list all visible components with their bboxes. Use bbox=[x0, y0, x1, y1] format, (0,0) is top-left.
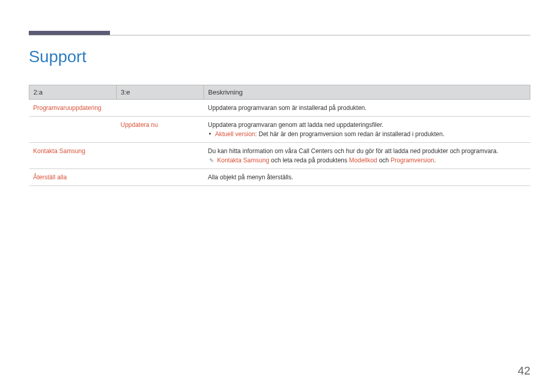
note-mid2: och bbox=[377, 157, 391, 164]
accent-bar bbox=[29, 31, 110, 35]
cell-3e bbox=[117, 169, 204, 186]
cell-desc: Uppdatera programvaran som är installera… bbox=[204, 100, 530, 117]
cell-desc: Alla objekt på menyn återställs. bbox=[204, 169, 530, 186]
desc-line: Du kan hitta information om våra Call Ce… bbox=[208, 146, 526, 156]
cell-desc: Uppdatera programvaran genom att ladda n… bbox=[204, 117, 530, 143]
desc-note: ✎ Kontakta Samsung och leta reda på prod… bbox=[208, 156, 526, 165]
bullet-label: Aktuell version bbox=[215, 130, 255, 138]
note-c: Programversion bbox=[391, 157, 434, 164]
table-row: Återställ alla Alla objekt på menyn åter… bbox=[29, 169, 530, 186]
note-end: . bbox=[434, 157, 436, 164]
support-table: 2:a 3:e Beskrivning Programvaruuppdateri… bbox=[29, 85, 530, 186]
cell-desc: Du kan hitta information om våra Call Ce… bbox=[204, 143, 530, 169]
cell-2a bbox=[29, 117, 117, 143]
header-3e: 3:e bbox=[117, 85, 204, 100]
cell-2a: Återställ alla bbox=[29, 169, 117, 186]
pencil-icon: ✎ bbox=[209, 156, 214, 165]
page-number: 42 bbox=[518, 364, 530, 378]
header-2a: 2:a bbox=[29, 85, 117, 100]
section-title: Support bbox=[29, 47, 86, 66]
cell-2a: Kontakta Samsung bbox=[29, 143, 117, 169]
page-rule bbox=[29, 35, 530, 35]
note-a: Kontakta Samsung bbox=[217, 157, 269, 164]
header-beskrivning: Beskrivning bbox=[204, 85, 530, 100]
table-row: Programvaruuppdatering Uppdatera program… bbox=[29, 100, 530, 117]
note-mid1: och leta reda på produktens bbox=[269, 157, 349, 164]
desc-line: Uppdatera programvaran genom att ladda n… bbox=[208, 120, 526, 129]
note-b: Modellkod bbox=[349, 157, 377, 164]
desc-bullet: Aktuell version: Det här är den programv… bbox=[208, 129, 526, 139]
table-row: Uppdatera nu Uppdatera programvaran geno… bbox=[29, 117, 530, 143]
bullet-text: : Det här är den programversion som reda… bbox=[255, 130, 445, 138]
cell-3e: Uppdatera nu bbox=[117, 117, 204, 143]
table-header-row: 2:a 3:e Beskrivning bbox=[29, 85, 530, 100]
cell-3e bbox=[117, 143, 204, 169]
cell-2a: Programvaruuppdatering bbox=[29, 100, 117, 117]
table-row: Kontakta Samsung Du kan hitta informatio… bbox=[29, 143, 530, 169]
cell-3e bbox=[117, 100, 204, 117]
